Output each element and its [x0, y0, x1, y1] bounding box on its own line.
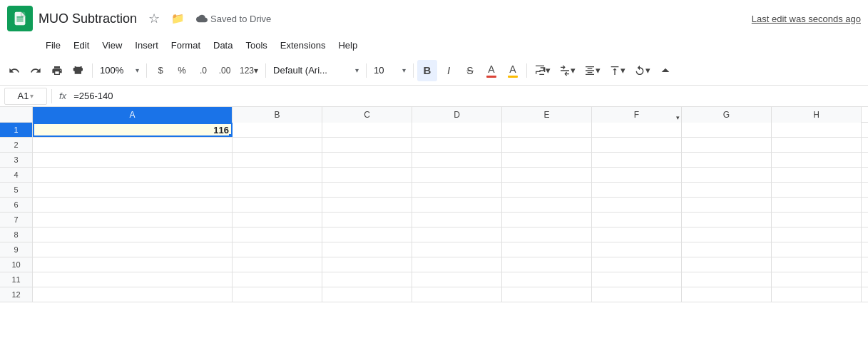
cell-B8[interactable] — [233, 227, 322, 242]
row-num-6[interactable]: 6 — [0, 198, 33, 212]
fill-color-button[interactable]: A — [503, 60, 523, 81]
cell-A1[interactable]: 116 — [33, 123, 233, 137]
cell-H10[interactable] — [772, 257, 862, 272]
cell-F2[interactable] — [592, 138, 682, 152]
cell-F3[interactable] — [592, 153, 682, 167]
menu-insert[interactable]: Insert — [129, 38, 164, 53]
row-num-7[interactable]: 7 — [0, 213, 33, 227]
menu-extensions[interactable]: Extensions — [275, 38, 332, 53]
cell-E8[interactable] — [502, 227, 592, 242]
percent-button[interactable]: % — [172, 60, 192, 81]
undo-button[interactable] — [4, 60, 24, 81]
col-header-H[interactable]: H — [772, 107, 862, 123]
merge-button[interactable]: ▾ — [556, 60, 579, 81]
cell-D5[interactable] — [412, 183, 502, 197]
cell-A2[interactable] — [33, 138, 233, 152]
cell-B6[interactable] — [233, 198, 322, 212]
cell-A12[interactable] — [33, 287, 233, 302]
menu-data[interactable]: Data — [208, 38, 238, 53]
cell-G5[interactable] — [682, 183, 772, 197]
row-num-12[interactable]: 12 — [0, 287, 33, 302]
cell-A7[interactable] — [33, 213, 233, 227]
row-num-11[interactable]: 11 — [0, 272, 33, 287]
cell-E10[interactable] — [502, 257, 592, 272]
cell-C5[interactable] — [322, 183, 412, 197]
col-header-D[interactable]: D — [412, 107, 502, 123]
cell-C1[interactable] — [322, 123, 412, 137]
col-header-E[interactable]: E — [502, 107, 592, 123]
cell-F11[interactable] — [592, 272, 682, 287]
menu-view[interactable]: View — [96, 38, 128, 53]
cell-E11[interactable] — [502, 272, 592, 287]
decimal-increase-button[interactable]: .00 — [215, 60, 235, 81]
row-num-3[interactable]: 3 — [0, 153, 33, 167]
cell-A9[interactable] — [33, 242, 233, 257]
font-size-selector[interactable]: 10 ▾ — [370, 60, 409, 81]
cell-E6[interactable] — [502, 198, 592, 212]
col-header-G[interactable]: G — [682, 107, 772, 123]
currency-button[interactable]: $ — [150, 60, 170, 81]
cell-C3[interactable] — [322, 153, 412, 167]
cell-D3[interactable] — [412, 153, 502, 167]
cell-E4[interactable] — [502, 168, 592, 182]
cell-D1[interactable] — [412, 123, 502, 137]
cell-G12[interactable] — [682, 287, 772, 302]
cell-D11[interactable] — [412, 272, 502, 287]
cell-D2[interactable] — [412, 138, 502, 152]
cell-H4[interactable] — [772, 168, 862, 182]
cell-B2[interactable] — [233, 138, 322, 152]
cell-D6[interactable] — [412, 198, 502, 212]
cell-C4[interactable] — [322, 168, 412, 182]
cell-G6[interactable] — [682, 198, 772, 212]
redo-button[interactable] — [26, 60, 46, 81]
row-num-10[interactable]: 10 — [0, 257, 33, 272]
cell-G3[interactable] — [682, 153, 772, 167]
cell-G8[interactable] — [682, 227, 772, 242]
cell-G4[interactable] — [682, 168, 772, 182]
cell-C11[interactable] — [322, 272, 412, 287]
cell-H5[interactable] — [772, 183, 862, 197]
cell-F9[interactable] — [592, 242, 682, 257]
cell-A11[interactable] — [33, 272, 233, 287]
cell-H7[interactable] — [772, 213, 862, 227]
cell-F5[interactable] — [592, 183, 682, 197]
cell-A8[interactable] — [33, 227, 233, 242]
row-num-5[interactable]: 5 — [0, 183, 33, 197]
cell-G10[interactable] — [682, 257, 772, 272]
cell-B12[interactable] — [233, 287, 322, 302]
decimal-decrease-button[interactable]: .0 — [193, 60, 213, 81]
cell-C7[interactable] — [322, 213, 412, 227]
cell-G2[interactable] — [682, 138, 772, 152]
cell-F12[interactable] — [592, 287, 682, 302]
cell-H8[interactable] — [772, 227, 862, 242]
cell-A6[interactable] — [33, 198, 233, 212]
cell-A4[interactable] — [33, 168, 233, 182]
cell-E2[interactable] — [502, 138, 592, 152]
text-rotate-button[interactable]: ▾ — [630, 60, 654, 81]
cell-C9[interactable] — [322, 242, 412, 257]
menu-format[interactable]: Format — [165, 38, 206, 53]
last-edit-text[interactable]: Last edit was seconds ago — [752, 14, 861, 24]
cell-G1[interactable] — [682, 123, 772, 137]
col-header-F[interactable]: F ▾ — [592, 107, 682, 123]
col-header-A[interactable]: A — [33, 107, 233, 123]
cell-D12[interactable] — [412, 287, 502, 302]
cell-D7[interactable] — [412, 213, 502, 227]
cell-C2[interactable] — [322, 138, 412, 152]
cell-B3[interactable] — [233, 153, 322, 167]
col-header-B[interactable]: B — [233, 107, 322, 123]
print-button[interactable] — [47, 60, 67, 81]
cell-D8[interactable] — [412, 227, 502, 242]
cell-F6[interactable] — [592, 198, 682, 212]
cell-H3[interactable] — [772, 153, 862, 167]
cell-F7[interactable] — [592, 213, 682, 227]
cell-H2[interactable] — [772, 138, 862, 152]
cell-C10[interactable] — [322, 257, 412, 272]
cell-F8[interactable] — [592, 227, 682, 242]
cell-D10[interactable] — [412, 257, 502, 272]
menu-edit[interactable]: Edit — [68, 38, 95, 53]
cell-A10[interactable] — [33, 257, 233, 272]
row-num-2[interactable]: 2 — [0, 138, 33, 152]
strikethrough-button[interactable]: S — [460, 60, 480, 81]
cell-G7[interactable] — [682, 213, 772, 227]
